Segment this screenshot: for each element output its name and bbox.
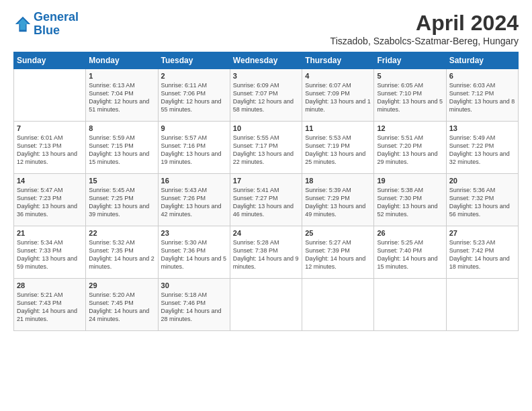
table-row: 2Sunrise: 6:11 AMSunset: 7:06 PMDaylight… [158, 69, 230, 122]
day-number: 3 [233, 72, 299, 80]
cell-details: Sunrise: 5:21 AMSunset: 7:43 PMDaylight:… [17, 291, 83, 324]
daylight-text: Daylight: 13 hours and 59 minutes. [17, 255, 83, 271]
daylight-text: Daylight: 14 hours and 28 minutes. [161, 307, 227, 323]
table-row: 24Sunrise: 5:28 AMSunset: 7:38 PMDayligh… [230, 226, 302, 279]
sunset-text: Sunset: 7:12 PM [449, 89, 515, 97]
sunset-text: Sunset: 7:40 PM [377, 246, 443, 255]
daylight-text: Daylight: 14 hours and 2 minutes. [89, 255, 154, 271]
sunrise-text: Sunrise: 6:11 AM [161, 81, 227, 89]
table-row: 1Sunrise: 6:13 AMSunset: 7:04 PMDaylight… [86, 69, 158, 122]
table-row: 14Sunrise: 5:47 AMSunset: 7:23 PMDayligh… [14, 174, 86, 226]
day-number: 21 [17, 229, 83, 237]
col-monday: Monday [86, 52, 158, 69]
sunrise-text: Sunrise: 5:25 AM [377, 238, 443, 246]
sunrise-text: Sunrise: 5:45 AM [89, 186, 154, 194]
sunset-text: Sunset: 7:29 PM [305, 194, 371, 202]
cell-details: Sunrise: 5:41 AMSunset: 7:27 PMDaylight:… [233, 186, 299, 219]
cell-details: Sunrise: 5:39 AMSunset: 7:29 PMDaylight:… [305, 186, 371, 219]
sunset-text: Sunset: 7:26 PM [161, 194, 227, 202]
sunrise-text: Sunrise: 5:47 AM [17, 186, 83, 194]
daylight-text: Daylight: 13 hours and 36 minutes. [17, 202, 83, 218]
page: General Blue April 2024 Tiszadob, Szabol… [0, 0, 532, 338]
sunrise-text: Sunrise: 5:18 AM [161, 291, 227, 299]
sunrise-text: Sunrise: 5:51 AM [377, 134, 443, 142]
day-number: 2 [161, 72, 227, 80]
cell-details: Sunrise: 5:43 AMSunset: 7:26 PMDaylight:… [161, 186, 227, 219]
table-row: 26Sunrise: 5:25 AMSunset: 7:40 PMDayligh… [374, 226, 446, 279]
day-number: 17 [233, 177, 299, 185]
sunrise-text: Sunrise: 5:55 AM [233, 134, 299, 142]
daylight-text: Daylight: 13 hours and 12 minutes. [17, 150, 83, 166]
sunset-text: Sunset: 7:19 PM [305, 142, 371, 150]
daylight-text: Daylight: 13 hours and 52 minutes. [377, 202, 443, 218]
col-saturday: Saturday [446, 52, 518, 69]
cell-details: Sunrise: 5:51 AMSunset: 7:20 PMDaylight:… [377, 134, 443, 167]
table-row: 6Sunrise: 6:03 AMSunset: 7:12 PMDaylight… [446, 69, 518, 122]
day-number: 1 [89, 72, 154, 80]
cell-details: Sunrise: 6:01 AMSunset: 7:13 PMDaylight:… [17, 134, 83, 167]
table-row: 13Sunrise: 5:49 AMSunset: 7:22 PMDayligh… [446, 122, 518, 174]
table-row: 30Sunrise: 5:18 AMSunset: 7:46 PMDayligh… [158, 279, 230, 331]
sunrise-text: Sunrise: 6:01 AM [17, 134, 83, 142]
sunset-text: Sunset: 7:06 PM [161, 89, 227, 97]
cell-details: Sunrise: 6:09 AMSunset: 7:07 PMDaylight:… [233, 81, 299, 114]
calendar-table: Sunday Monday Tuesday Wednesday Thursday… [13, 52, 519, 331]
day-number: 29 [89, 281, 154, 289]
cell-details: Sunrise: 6:07 AMSunset: 7:09 PMDaylight:… [305, 81, 371, 114]
cell-details: Sunrise: 6:05 AMSunset: 7:10 PMDaylight:… [377, 81, 443, 114]
sunset-text: Sunset: 7:17 PM [233, 142, 299, 150]
daylight-text: Daylight: 13 hours and 32 minutes. [449, 150, 515, 166]
day-number: 27 [449, 229, 515, 237]
table-row: 3Sunrise: 6:09 AMSunset: 7:07 PMDaylight… [230, 69, 302, 122]
sunset-text: Sunset: 7:32 PM [449, 194, 515, 202]
daylight-text: Daylight: 12 hours and 51 minutes. [89, 97, 154, 113]
cell-details: Sunrise: 5:18 AMSunset: 7:46 PMDaylight:… [161, 291, 227, 324]
cell-details: Sunrise: 5:27 AMSunset: 7:39 PMDaylight:… [305, 238, 371, 271]
daylight-text: Daylight: 13 hours and 1 minute. [305, 97, 371, 113]
cell-details: Sunrise: 5:34 AMSunset: 7:33 PMDaylight:… [17, 238, 83, 271]
table-row: 21Sunrise: 5:34 AMSunset: 7:33 PMDayligh… [14, 226, 86, 279]
daylight-text: Daylight: 12 hours and 58 minutes. [233, 97, 299, 113]
sunrise-text: Sunrise: 5:34 AM [17, 238, 83, 246]
sunset-text: Sunset: 7:45 PM [89, 299, 154, 307]
title-area: April 2024 Tiszadob, Szabolcs-Szatmar-Be… [330, 11, 519, 46]
cell-details: Sunrise: 6:03 AMSunset: 7:12 PMDaylight:… [449, 81, 515, 114]
table-row: 11Sunrise: 5:53 AMSunset: 7:19 PMDayligh… [302, 122, 374, 174]
table-row: 7Sunrise: 6:01 AMSunset: 7:13 PMDaylight… [14, 122, 86, 174]
col-tuesday: Tuesday [158, 52, 230, 69]
cell-details: Sunrise: 5:49 AMSunset: 7:22 PMDaylight:… [449, 134, 515, 167]
day-number: 16 [161, 177, 227, 185]
day-number: 15 [89, 177, 154, 185]
day-number: 30 [161, 281, 227, 289]
table-row: 25Sunrise: 5:27 AMSunset: 7:39 PMDayligh… [302, 226, 374, 279]
table-row: 10Sunrise: 5:55 AMSunset: 7:17 PMDayligh… [230, 122, 302, 174]
table-row: 9Sunrise: 5:57 AMSunset: 7:16 PMDaylight… [158, 122, 230, 174]
day-number: 7 [17, 124, 83, 132]
cell-details: Sunrise: 5:32 AMSunset: 7:35 PMDaylight:… [89, 238, 154, 271]
cell-details: Sunrise: 5:20 AMSunset: 7:45 PMDaylight:… [89, 291, 154, 324]
logo-line2: Blue [34, 24, 60, 37]
sunrise-text: Sunrise: 5:57 AM [161, 134, 227, 142]
logo-icon [13, 15, 32, 34]
daylight-text: Daylight: 13 hours and 25 minutes. [305, 150, 371, 166]
sunrise-text: Sunrise: 5:23 AM [449, 238, 515, 246]
daylight-text: Daylight: 14 hours and 5 minutes. [161, 255, 227, 271]
week-row-3: 21Sunrise: 5:34 AMSunset: 7:33 PMDayligh… [14, 226, 519, 279]
sunset-text: Sunset: 7:27 PM [233, 194, 299, 202]
day-number: 12 [377, 124, 443, 132]
table-row: 15Sunrise: 5:45 AMSunset: 7:25 PMDayligh… [86, 174, 158, 226]
logo-line1: General [34, 10, 79, 24]
sunset-text: Sunset: 7:15 PM [89, 142, 154, 150]
week-row-1: 7Sunrise: 6:01 AMSunset: 7:13 PMDaylight… [14, 122, 519, 174]
cell-details: Sunrise: 5:59 AMSunset: 7:15 PMDaylight:… [89, 134, 154, 167]
cell-details: Sunrise: 5:38 AMSunset: 7:30 PMDaylight:… [377, 186, 443, 219]
sunset-text: Sunset: 7:33 PM [17, 246, 83, 255]
table-row: 16Sunrise: 5:43 AMSunset: 7:26 PMDayligh… [158, 174, 230, 226]
sunrise-text: Sunrise: 6:03 AM [449, 81, 515, 89]
location: Tiszadob, Szabolcs-Szatmar-Bereg, Hungar… [330, 36, 519, 46]
table-row: 5Sunrise: 6:05 AMSunset: 7:10 PMDaylight… [374, 69, 446, 122]
day-number: 13 [449, 124, 515, 132]
cell-details: Sunrise: 5:57 AMSunset: 7:16 PMDaylight:… [161, 134, 227, 167]
sunrise-text: Sunrise: 5:59 AM [89, 134, 154, 142]
daylight-text: Daylight: 14 hours and 18 minutes. [449, 255, 515, 271]
